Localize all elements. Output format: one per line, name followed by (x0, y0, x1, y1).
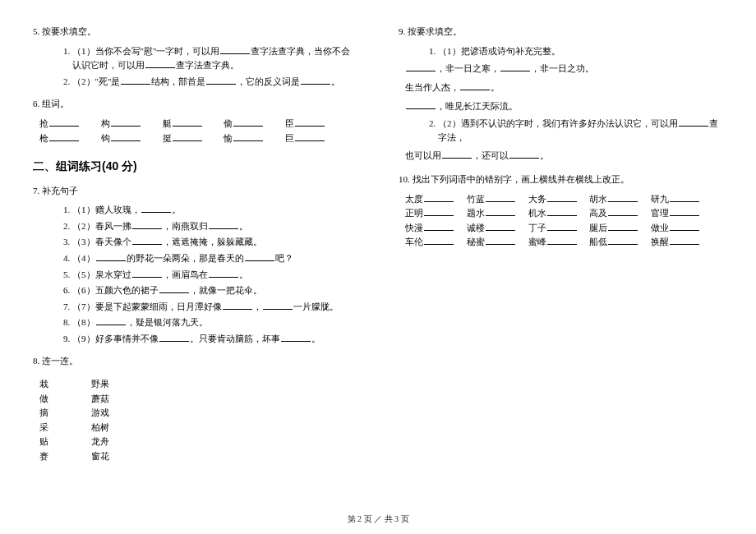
section-2-title: 二、组词练习(40 分) (33, 157, 357, 175)
q7-item-1: （1）赠人玫瑰，。 (72, 203, 357, 218)
question-8: 8. 连一连。 (33, 354, 357, 369)
q8-pair-6: 赛 窗花 (33, 449, 357, 464)
q10-row-1: 太度 竹蓝 大务 胡水 研九 (399, 192, 723, 207)
question-9: 9. 按要求填空。 （1）把谚语或诗句补充完整。 ，非一日之寒，，非一日之功。 … (399, 25, 723, 164)
q6-head: 6. 组词。 (33, 97, 357, 112)
question-7: 7. 补充句子 （1）赠人玫瑰，。 （2）春风一拂，南燕双归。 （3）春天像个，… (33, 184, 357, 347)
q6-row-2: 枪 钩 挺 愉 巨 (33, 131, 357, 146)
q7-item-9: （9）好多事情并不像。只要肯动脑筋，坏事。 (72, 332, 357, 347)
page-footer: 第 2 页 ／ 共 3 页 (0, 513, 756, 526)
q6-row-1: 抢 构 艇 偷 臣 (33, 117, 357, 131)
q5-item-2: （2）"死"是结构，部首是，它的反义词是。 (72, 75, 357, 90)
q7-item-2: （2）春风一拂，南燕双归。 (72, 219, 357, 234)
q9-sub-1: （1）把谚语或诗句补充完整。 (438, 44, 723, 59)
q10-head: 10. 找出下列词语中的错别字，画上横线并在横线上改正。 (399, 173, 723, 187)
q7-item-3: （3）春天像个，遮遮掩掩，躲躲藏藏。 (72, 235, 357, 250)
q8-pair-1: 栽 野果 (33, 377, 357, 392)
q9-sub-2-list: （2）遇到不认识的字时，我们有许多好办法认识它，可以用查字法， (399, 117, 723, 145)
q7-head: 7. 补充句子 (33, 184, 357, 199)
q10-row-3: 快漫 诚楼 丁子 腿后 做业 (399, 221, 723, 236)
q9-line-3: ，唯见长江天际流。 (399, 98, 723, 115)
q8-head: 8. 连一连。 (33, 354, 357, 369)
q9-line-1: ，非一日之寒，，非一日之功。 (399, 60, 723, 77)
q9-sub: （1）把谚语或诗句补充完整。 (399, 44, 723, 59)
q7-item-4: （4）的野花一朵两朵，那是春天的吧？ (72, 251, 357, 266)
q10-row-4: 车伦 秘蜜 蜜峰 船低 换醒 (399, 235, 723, 250)
question-10: 10. 找出下列词语中的错别字，画上横线并在横线上改正。 太度 竹蓝 大务 胡水… (399, 173, 723, 250)
question-6: 6. 组词。 抢 构 艇 偷 臣 枪 钩 挺 愉 巨 (33, 97, 357, 145)
q8-pair-2: 做 蘑菇 (33, 392, 357, 407)
question-5: 5. 按要求填空。 （1）当你不会写"慰"一字时，可以用查字法查字典，当你不会认… (33, 25, 357, 89)
q5-item-1: （1）当你不会写"慰"一字时，可以用查字法查字典，当你不会认识它时，可以用查字法… (72, 44, 357, 73)
q7-list: （1）赠人玫瑰，。 （2）春风一拂，南燕双归。 （3）春天像个，遮遮掩掩，躲躲藏… (33, 203, 357, 346)
q5-head: 5. 按要求填空。 (33, 25, 357, 39)
q9-line-4: 也可以用，还可以。 (399, 147, 723, 164)
q9-head: 9. 按要求填空。 (399, 25, 723, 39)
q7-item-7: （7）要是下起蒙蒙细雨，日月潭好像，一片朦胧。 (72, 300, 357, 315)
q8-pair-3: 摘 游戏 (33, 406, 357, 421)
q7-item-5: （5）泉水穿过，画眉鸟在。 (72, 268, 357, 283)
q8-pair-5: 贴 龙舟 (33, 435, 357, 449)
q9-line-2: 生当作人杰，。 (399, 79, 723, 96)
q5-list: （1）当你不会写"慰"一字时，可以用查字法查字典，当你不会认识它时，可以用查字法… (33, 44, 357, 90)
q7-item-8: （8），疑是银河落九天。 (72, 315, 357, 330)
q7-item-6: （6）五颜六色的裙子，就像一把花伞。 (72, 283, 357, 298)
q10-row-2: 正明 题水 机水 高及 官理 (399, 206, 723, 221)
q8-pair-4: 采 柏树 (33, 421, 357, 435)
q9-sub-2: （2）遇到不认识的字时，我们有许多好办法认识它，可以用查字法， (438, 117, 723, 145)
